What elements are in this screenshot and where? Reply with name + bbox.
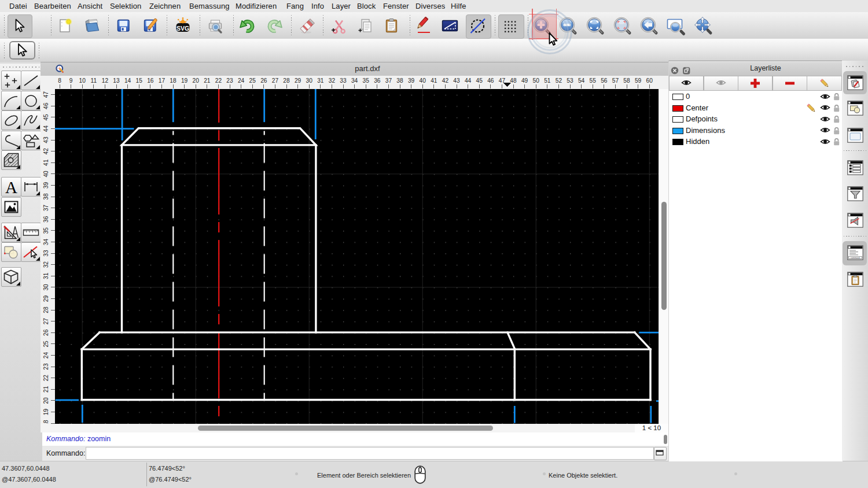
- svg-text:41: 41: [431, 77, 437, 84]
- svg-text:22: 22: [43, 375, 49, 382]
- svg-text:45: 45: [476, 77, 483, 84]
- svg-text:23: 23: [226, 77, 233, 84]
- svg-text:56: 56: [601, 77, 608, 84]
- svg-text:42: 42: [43, 148, 49, 155]
- svg-text:47: 47: [43, 91, 49, 98]
- svg-text:37: 37: [43, 205, 49, 212]
- svg-text:25: 25: [43, 341, 49, 347]
- svg-text:25: 25: [249, 77, 256, 84]
- svg-text:46: 46: [487, 77, 494, 84]
- svg-text:54: 54: [578, 77, 585, 84]
- svg-text:SVG: SVG: [176, 25, 189, 32]
- svg-text:14: 14: [124, 77, 131, 84]
- svg-text:35: 35: [363, 77, 370, 84]
- svg-text:21: 21: [204, 77, 211, 84]
- svg-text:8: 8: [58, 77, 61, 84]
- svg-text:13: 13: [113, 77, 120, 84]
- svg-text:16: 16: [147, 77, 154, 84]
- svg-text:28: 28: [283, 77, 290, 84]
- svg-text:15: 15: [136, 77, 143, 84]
- svg-text:45: 45: [43, 114, 49, 121]
- svg-text:20: 20: [193, 77, 200, 84]
- svg-text:30: 30: [43, 284, 49, 291]
- svg-text:9: 9: [69, 77, 73, 84]
- svg-text:50: 50: [533, 77, 540, 84]
- svg-text:40: 40: [420, 77, 426, 84]
- svg-text:40: 40: [43, 171, 49, 178]
- svg-text:30: 30: [306, 77, 313, 84]
- svg-text:51: 51: [544, 77, 551, 84]
- svg-text:57: 57: [612, 77, 619, 84]
- svg-text:38: 38: [43, 193, 49, 200]
- svg-text:20: 20: [43, 397, 49, 404]
- svg-text:22: 22: [215, 77, 222, 84]
- svg-text:34: 34: [351, 77, 358, 84]
- svg-text:19: 19: [43, 409, 49, 416]
- svg-text:46: 46: [43, 102, 49, 109]
- svg-text:36: 36: [43, 216, 49, 223]
- svg-text:53: 53: [567, 77, 573, 84]
- svg-text:60: 60: [646, 77, 653, 84]
- svg-text:44: 44: [43, 125, 49, 132]
- svg-text:21: 21: [43, 386, 49, 393]
- svg-text:32: 32: [329, 77, 336, 84]
- svg-text:52: 52: [556, 77, 562, 84]
- svg-text:32: 32: [43, 261, 49, 268]
- svg-text:18: 18: [170, 77, 176, 84]
- svg-text:17: 17: [159, 77, 165, 84]
- svg-text:27: 27: [43, 318, 49, 325]
- svg-text:35: 35: [43, 227, 49, 234]
- svg-text:43: 43: [453, 77, 460, 84]
- svg-text:49: 49: [521, 77, 528, 84]
- svg-text:37: 37: [385, 77, 392, 84]
- svg-text:31: 31: [317, 77, 324, 84]
- svg-text:28: 28: [43, 306, 49, 313]
- svg-text:11: 11: [91, 77, 97, 84]
- svg-text:47: 47: [499, 77, 506, 84]
- svg-text:26: 26: [260, 77, 267, 84]
- svg-text:29: 29: [43, 295, 49, 302]
- svg-text:59: 59: [635, 77, 642, 84]
- svg-text:42: 42: [442, 77, 449, 84]
- svg-text:34: 34: [43, 239, 49, 246]
- svg-text:41: 41: [43, 159, 49, 166]
- svg-text:10: 10: [79, 77, 86, 84]
- svg-text:48: 48: [510, 77, 517, 84]
- svg-text:29: 29: [295, 77, 301, 84]
- svg-text:23: 23: [43, 363, 49, 370]
- svg-text:58: 58: [623, 77, 630, 84]
- svg-text:24: 24: [238, 77, 245, 84]
- svg-text:19: 19: [181, 77, 188, 84]
- svg-text:43: 43: [43, 136, 49, 143]
- svg-text:command: command: [851, 257, 859, 259]
- svg-text:33: 33: [340, 77, 347, 84]
- svg-text:44: 44: [465, 77, 472, 84]
- svg-text:39: 39: [43, 182, 49, 189]
- svg-text:38: 38: [396, 77, 403, 84]
- svg-text:33: 33: [43, 250, 49, 257]
- svg-text:24: 24: [43, 352, 49, 359]
- svg-text:27: 27: [272, 77, 279, 84]
- svg-text:55: 55: [590, 77, 597, 84]
- svg-text:39: 39: [408, 77, 415, 84]
- svg-text:31: 31: [43, 272, 49, 279]
- svg-text:12: 12: [102, 77, 109, 84]
- svg-text:26: 26: [43, 329, 49, 336]
- svg-text:A: A: [5, 178, 17, 197]
- svg-text:36: 36: [374, 77, 381, 84]
